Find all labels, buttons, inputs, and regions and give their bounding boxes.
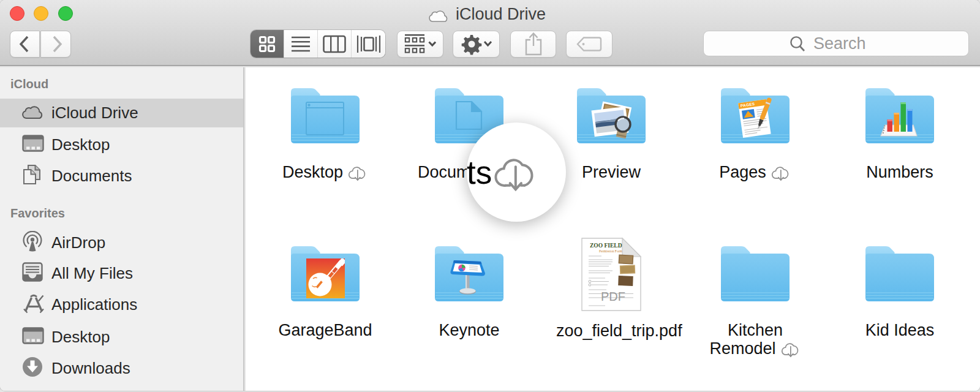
svg-text:PDF: PDF <box>601 290 625 303</box>
svg-text:ZOO FIELD: ZOO FIELD <box>590 243 622 249</box>
svg-text:Permission Form: Permission Form <box>599 249 622 253</box>
